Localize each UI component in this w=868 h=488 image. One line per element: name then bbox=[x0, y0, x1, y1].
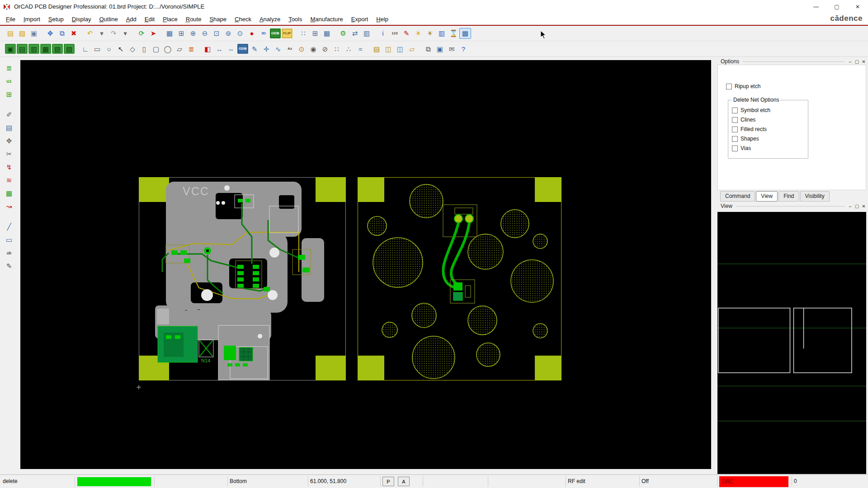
odb-export-icon[interactable]: ODB bbox=[270, 28, 281, 38]
menu-edit[interactable]: Edit bbox=[141, 14, 159, 24]
probe-icon[interactable]: ✛ bbox=[260, 43, 272, 54]
shapes-checkbox[interactable]: Shapes bbox=[732, 136, 805, 142]
clines-checkbox[interactable]: Clines bbox=[732, 117, 805, 123]
options-close-button[interactable]: ✕ bbox=[860, 59, 867, 64]
dots-array-icon[interactable]: ∴ bbox=[343, 43, 354, 54]
menu-analyze[interactable]: Analyze bbox=[255, 14, 284, 24]
dehighlight-icon[interactable]: ☀ bbox=[412, 28, 424, 39]
corner-mode-icon[interactable]: ∟ bbox=[80, 43, 91, 54]
menu-route[interactable]: Route bbox=[182, 14, 206, 24]
dimension-icon[interactable]: ⇔ bbox=[225, 43, 237, 54]
undo-icon[interactable]: ↶ bbox=[84, 28, 96, 39]
menu-shape[interactable]: Shape bbox=[205, 14, 231, 24]
zoom-fit-icon[interactable]: ⊡ bbox=[211, 28, 222, 39]
waveform-icon[interactable]: ∿ bbox=[272, 43, 284, 54]
flip-design-icon[interactable]: FLIP bbox=[282, 28, 292, 38]
visibility-preset-2-icon[interactable]: ▤ bbox=[17, 44, 28, 54]
odb-view-icon[interactable]: ODB bbox=[237, 44, 248, 54]
menu-display[interactable]: Display bbox=[68, 14, 95, 24]
rectangle2-mode-icon[interactable]: ▯ bbox=[138, 43, 150, 54]
move-component-icon[interactable]: ✥ bbox=[3, 135, 15, 146]
shape-grid-icon[interactable]: ▦ bbox=[3, 188, 15, 199]
pliers-tool-icon[interactable]: ✐ bbox=[3, 109, 15, 120]
layer-bars-icon[interactable]: ▥ bbox=[436, 28, 448, 39]
az-sort-icon[interactable]: Az bbox=[284, 43, 296, 54]
menu-file[interactable]: File bbox=[2, 14, 19, 24]
visibility-preset-4-icon[interactable]: ▦ bbox=[40, 44, 51, 54]
tab-view[interactable]: View bbox=[756, 191, 778, 202]
open-drawing-icon[interactable]: ▨ bbox=[16, 28, 28, 39]
refresh-icon[interactable]: ⟳ bbox=[136, 28, 147, 39]
select-cursor-icon[interactable]: ↖ bbox=[115, 43, 127, 54]
menu-place[interactable]: Place bbox=[159, 14, 182, 24]
polygon-mode-icon[interactable]: ◇ bbox=[127, 43, 138, 54]
layer-stack-icon[interactable]: ≣ bbox=[185, 43, 197, 54]
text-tool-icon[interactable]: ✎ bbox=[3, 260, 15, 272]
place-component-icon[interactable]: ◧ bbox=[202, 43, 213, 54]
rounded-rect-mode-icon[interactable]: ▢ bbox=[150, 43, 162, 54]
options-minimize-button[interactable]: – bbox=[847, 59, 854, 64]
menu-setup[interactable]: Setup bbox=[44, 14, 68, 24]
3d-canvas-icon[interactable]: 3D bbox=[258, 28, 269, 39]
zoom-out-icon[interactable]: ⊖ bbox=[199, 28, 211, 39]
waive-drc-icon[interactable]: ⌛ bbox=[448, 28, 459, 39]
grid-snap-icon[interactable]: ⊞ bbox=[175, 28, 187, 39]
delete-icon[interactable]: ✖ bbox=[68, 28, 80, 39]
grid-icon[interactable]: ▦ bbox=[164, 28, 175, 39]
minimize-button[interactable]: — bbox=[806, 0, 826, 13]
menu-check[interactable]: Check bbox=[231, 14, 255, 24]
options-panel-grip[interactable] bbox=[743, 61, 844, 62]
zoom-in-icon[interactable]: ⊕ bbox=[187, 28, 199, 39]
menu-tools[interactable]: Tools bbox=[284, 14, 306, 24]
assign-color-icon[interactable]: ▥ bbox=[361, 28, 373, 39]
line-tool-icon[interactable]: ╱ bbox=[3, 221, 15, 232]
package-alt-icon[interactable]: ◫ bbox=[394, 43, 406, 54]
menu-outline[interactable]: Outline bbox=[95, 14, 122, 24]
swap-layers-icon[interactable]: ⇄ bbox=[349, 28, 361, 39]
zoom-previous-icon[interactable]: ⊙ bbox=[234, 28, 246, 39]
padstack-icon[interactable]: ⊞ bbox=[3, 89, 15, 100]
rect-tool-icon[interactable]: ▭ bbox=[3, 234, 15, 245]
view-close-button[interactable]: ✕ bbox=[860, 204, 867, 209]
panel-splitter[interactable] bbox=[711, 57, 716, 474]
rats-components-icon[interactable]: ▦ bbox=[321, 28, 333, 39]
show-element-icon[interactable]: i bbox=[377, 28, 389, 39]
redo-menu-icon[interactable]: ▾ bbox=[119, 28, 131, 39]
menu-add[interactable]: Add bbox=[122, 14, 141, 24]
zoom-world-icon[interactable]: ⊚ bbox=[222, 28, 234, 39]
visibility-preset-6-icon[interactable]: ▨ bbox=[64, 44, 75, 54]
move-icon[interactable]: ✥ bbox=[44, 28, 56, 39]
blind-via-icon[interactable]: ⊘ bbox=[319, 43, 331, 54]
unrats-all-icon[interactable]: ∷ bbox=[297, 28, 309, 39]
tab-visibility[interactable]: Visibility bbox=[800, 191, 830, 202]
tab-find[interactable]: Find bbox=[778, 191, 799, 202]
view-minimize-button[interactable]: – bbox=[847, 204, 854, 209]
filled-rects-checkbox[interactable]: Filled rects bbox=[732, 126, 805, 132]
via-edit-icon[interactable]: ◉ bbox=[307, 43, 319, 54]
right-board[interactable] bbox=[358, 177, 561, 380]
layer-stackup-icon[interactable]: ≣ bbox=[3, 62, 15, 74]
visibility-preset-1-icon[interactable]: ▣ bbox=[5, 44, 16, 54]
vias-checkbox[interactable]: Vias bbox=[732, 145, 805, 151]
circle2-mode-icon[interactable]: ◯ bbox=[162, 43, 174, 54]
visibility-preset-3-icon[interactable]: ▥ bbox=[28, 44, 39, 54]
color-view-icon[interactable]: ▩ bbox=[459, 28, 471, 39]
menu-manufacture[interactable]: Manufacture bbox=[307, 14, 347, 24]
maximize-button[interactable]: ▢ bbox=[826, 0, 847, 13]
visibility-preset-5-icon[interactable]: ▧ bbox=[52, 44, 63, 54]
color-priority-icon[interactable]: ⚙ bbox=[337, 28, 349, 39]
symbol-etch-checkbox[interactable]: Symbol etch bbox=[732, 107, 805, 113]
menu-help[interactable]: Help bbox=[372, 14, 392, 24]
export-image-icon[interactable]: ▣ bbox=[434, 43, 446, 54]
component-browser-icon[interactable]: U1 bbox=[3, 75, 15, 87]
highlight-icon[interactable]: ✎ bbox=[401, 28, 412, 39]
contrast-icon[interactable]: ☀ bbox=[424, 28, 436, 39]
pin-icon[interactable]: ➤ bbox=[147, 28, 159, 39]
close-button[interactable]: ✕ bbox=[847, 0, 868, 13]
view-panel-grip[interactable] bbox=[736, 206, 844, 206]
application-mode-button[interactable]: A bbox=[398, 477, 410, 486]
left-board[interactable]: VCC bbox=[139, 177, 346, 380]
copy-window-icon[interactable]: ⧉ bbox=[422, 43, 434, 54]
rect-mode-icon[interactable]: ▭ bbox=[91, 43, 103, 54]
show-measure-icon[interactable]: 123 bbox=[389, 28, 401, 39]
